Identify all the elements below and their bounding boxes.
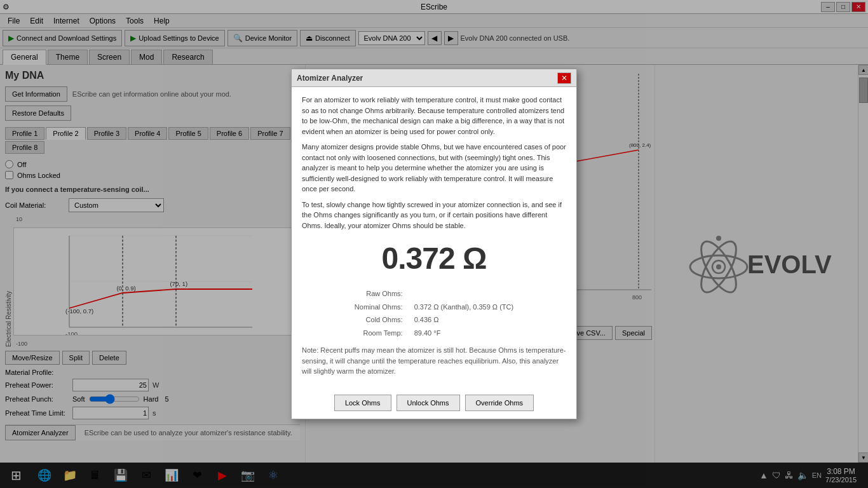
modal-overlay: Atomizer Analyzer ✕ For an atomizer to w… [0,0,868,488]
ohms-info-table: Raw Ohms: Nominal Ohms: 0.372 Ω (Kanthal… [302,287,566,340]
unlock-ohms-button[interactable]: Unlock Ohms [397,395,460,411]
modal-para3: To test, slowly change how tightly screw… [302,200,566,231]
nominal-ohms-label: Nominal Ohms: [349,301,408,313]
modal-para1: For an atomizer to work reliably with te… [302,95,566,137]
raw-ohms-label: Raw Ohms: [349,288,408,300]
room-temp-label: Room Temp: [349,327,408,339]
modal-para2: Many atomizer designs provide stable Ohm… [302,142,566,194]
modal-titlebar: Atomizer Analyzer ✕ [292,69,576,87]
cold-ohms-value: 0.436 Ω [409,314,519,326]
nominal-ohms-value: 0.372 Ω (Kanthal), 0.359 Ω (TC) [409,301,519,313]
modal-footer: Lock Ohms Unlock Ohms Override Ohms [292,390,576,419]
cold-ohms-label: Cold Ohms: [349,314,408,326]
override-ohms-button[interactable]: Override Ohms [465,395,534,411]
raw-ohms-value [409,288,519,300]
room-temp-value: 89.40 °F [409,327,519,339]
ohms-reading: 0.372 Ω [302,236,566,281]
modal-note: Note: Recent puffs may mean the atomizer… [302,345,566,377]
atomizer-analyzer-modal: Atomizer Analyzer ✕ For an atomizer to w… [291,69,577,419]
lock-ohms-button[interactable]: Lock Ohms [334,395,391,411]
modal-title: Atomizer Analyzer [297,74,363,83]
modal-close-button[interactable]: ✕ [557,72,571,84]
modal-body: For an atomizer to work reliably with te… [292,87,576,390]
